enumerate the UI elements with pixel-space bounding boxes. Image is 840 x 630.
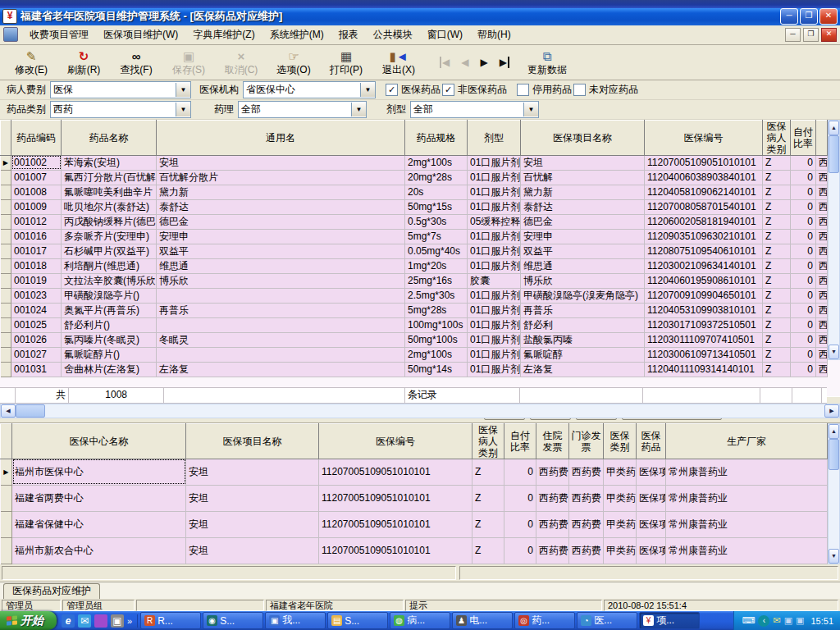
taskbar-task-button[interactable]: ◍病... [390, 612, 450, 629]
cell[interactable]: 0 [791, 362, 816, 377]
cell[interactable]: 0 [791, 199, 816, 214]
table-row[interactable]: 001025舒必利片()100mg*100s01口服片剂舒必利112030171… [1, 317, 828, 332]
cell[interactable]: 西 [816, 317, 828, 332]
cell[interactable]: Z [763, 170, 791, 185]
scrollbar-thumb[interactable] [16, 404, 45, 418]
col-insurance-item[interactable]: 医保项目名称 [521, 120, 645, 155]
cell[interactable]: 德巴金 [157, 214, 405, 229]
cell[interactable]: 2.5mg*30s [405, 288, 468, 303]
cell[interactable]: 0 [791, 214, 816, 229]
tab-insurance-drug-maintenance[interactable]: 医保药品对应维护 [3, 583, 100, 599]
row-selector[interactable] [1, 214, 11, 229]
row-selector[interactable] [1, 537, 12, 564]
cell[interactable]: 5mg*28s [405, 303, 468, 317]
mdi-close-icon[interactable]: ✕ [821, 28, 837, 42]
cell[interactable]: 西 [816, 155, 828, 170]
scrollbar-thumb[interactable] [829, 439, 839, 470]
cell[interactable]: 0 [791, 185, 816, 199]
cell[interactable]: 11207005109051010101 [319, 459, 472, 485]
cell[interactable]: 11204006038903840101 [645, 170, 763, 185]
scroll-left-icon[interactable]: ◀ [1, 404, 16, 418]
cell[interactable]: 氟哌啶醇片() [62, 347, 157, 362]
cell[interactable]: 西 [816, 214, 828, 229]
cell[interactable]: 0 [791, 229, 816, 244]
mdi-restore-icon[interactable]: ❐ [803, 28, 819, 42]
table-row[interactable]: ▶福州市医保中心安坦11207005109051010101Z0西药费西药费甲类… [1, 459, 828, 485]
cell[interactable]: 11207005109051010101 [319, 537, 472, 564]
cell[interactable]: 医保项 [637, 511, 666, 537]
taskbar-task-button[interactable]: ♟电... [452, 612, 513, 629]
dosage-form-select[interactable]: 全部 ▼ [410, 101, 539, 118]
modify-button[interactable]: ✎ 修改(E) [5, 45, 57, 80]
row-selector[interactable] [1, 485, 12, 511]
col-patient-class[interactable]: 医保病人类别 [472, 423, 504, 459]
cell[interactable]: 20s [405, 185, 468, 199]
table-row[interactable]: 001027氟哌啶醇片()2mg*100s01口服片剂氟哌啶醇112030061… [1, 347, 828, 362]
network-tray-icon[interactable]: ▣ [784, 611, 792, 630]
chevron-down-icon[interactable]: ▼ [523, 103, 538, 116]
cell[interactable]: 再普乐 [157, 303, 405, 317]
cell[interactable]: 百忧解 [521, 170, 645, 185]
cell[interactable]: 0 [791, 244, 816, 258]
main-horizontal-scrollbar[interactable]: ◀ ▶ [0, 404, 840, 418]
close-button-icon[interactable]: ✕ [819, 8, 838, 25]
table-row[interactable]: 001008氟哌噻吨美利曲辛片黛力新20s01口服片剂黛力新1120405810… [1, 185, 828, 199]
cell[interactable]: 多奈哌齐片(安理申) [62, 229, 157, 244]
cell[interactable] [157, 347, 405, 362]
cell[interactable]: 0.5g*30s [405, 214, 468, 229]
cell[interactable]: Z [763, 273, 791, 288]
col-item-name[interactable]: 医保项目名称 [186, 423, 319, 459]
cell[interactable]: 西 [816, 185, 828, 199]
checkbox-checked-icon[interactable]: ✓ [442, 84, 454, 96]
cell[interactable]: 01口服片剂 [468, 303, 521, 317]
media-player-icon[interactable] [94, 614, 107, 628]
cell[interactable]: 西 [816, 303, 828, 317]
cell[interactable]: 医保项 [637, 485, 666, 511]
cell[interactable]: 丙戊酸钠缓释片(德巴 [62, 214, 157, 229]
cell[interactable]: 001016 [11, 229, 62, 244]
start-button[interactable]: 开始 [0, 611, 57, 630]
cell[interactable]: 西药费 [569, 459, 604, 485]
menu-insurance-maintenance[interactable]: 医保项目维护(W) [97, 25, 185, 44]
col-center-name[interactable]: 医保中心名称 [12, 423, 186, 459]
cell[interactable]: 1mg*20s [405, 258, 468, 273]
cell[interactable]: 0 [791, 155, 816, 170]
mail-app-icon[interactable]: ✉ [78, 614, 91, 628]
cell[interactable]: 西药费 [536, 511, 569, 537]
cell[interactable]: Z [763, 288, 791, 303]
cell[interactable]: 0 [791, 332, 816, 347]
scroll-up-icon[interactable]: ▲ [829, 121, 839, 135]
cell[interactable]: 石杉碱甲片(双益平) [62, 244, 157, 258]
internet-explorer-icon[interactable]: e [62, 614, 75, 628]
cell[interactable]: 11204011109314140101 [645, 362, 763, 377]
cell[interactable]: 福建省保健中心 [12, 511, 186, 537]
cell[interactable]: 0 [504, 485, 536, 511]
checkbox-non-insured-drug[interactable]: ✓ 非医保药品 [442, 83, 507, 97]
row-selector[interactable] [1, 317, 11, 332]
taskbar-task-button[interactable]: ▤S... [327, 612, 388, 629]
table-row[interactable]: 001018利培酮片(维思通)维思通1mg*20s01口服片剂维思通112030… [1, 258, 828, 273]
cell[interactable]: 11204053109903810101 [645, 303, 763, 317]
checkbox-unmatched-drug[interactable]: 未对应药品 [573, 83, 638, 97]
cell[interactable]: 11203011109707410501 [645, 332, 763, 347]
options-button[interactable]: ☞ 选项(O) [267, 45, 320, 80]
cell[interactable]: 11208075109540610101 [645, 244, 763, 258]
pharmacology-select[interactable]: 全部 ▼ [238, 101, 367, 118]
keyboard-tray-icon[interactable]: ⌨ [742, 611, 756, 630]
cell[interactable] [157, 317, 405, 332]
calculator-icon[interactable]: ▣ [111, 614, 124, 628]
cell[interactable]: Z [763, 155, 791, 170]
cell[interactable]: 文拉法辛胶囊(博乐欣 [62, 273, 157, 288]
cancel-button[interactable]: × 取消(C) [215, 45, 267, 80]
cell[interactable]: 西 [816, 258, 828, 273]
row-selector[interactable]: ▶ [1, 459, 12, 485]
nav-next-icon[interactable]: ▶ [480, 57, 487, 68]
cell[interactable]: 西 [816, 229, 828, 244]
cell[interactable]: 0 [791, 347, 816, 362]
cell[interactable]: 5mg*7s [405, 229, 468, 244]
table-row[interactable]: 001026氯丙嗪片(冬眠灵)冬眠灵50mg*100s01口服片剂盐酸氯丙嗪11… [1, 332, 828, 347]
cell[interactable]: 安理申 [521, 229, 645, 244]
cell[interactable]: 001018 [11, 258, 62, 273]
chevron-down-icon[interactable]: ▼ [360, 83, 375, 97]
col-self-pay-ratio[interactable]: 自付比率 [504, 423, 536, 459]
